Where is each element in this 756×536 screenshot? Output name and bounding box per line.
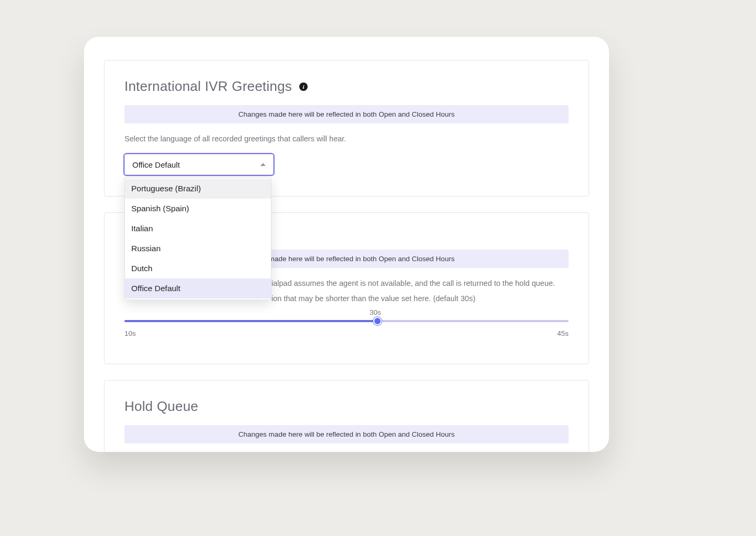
- language-option[interactable]: Portuguese (Brazil): [125, 179, 271, 199]
- info-icon[interactable]: i: [299, 83, 308, 91]
- timeout-slider[interactable]: 30s 10s 45s: [124, 320, 569, 337]
- hold-queue-card: Hold Queue Changes made here will be ref…: [104, 380, 589, 452]
- ivr-greetings-card: International IVR Greetings i Changes ma…: [104, 60, 589, 197]
- ivr-title: International IVR Greetings: [124, 78, 292, 95]
- language-option[interactable]: Russian: [125, 239, 271, 259]
- slider-min-label: 10s: [124, 329, 136, 337]
- settings-panel: International IVR Greetings i Changes ma…: [84, 37, 609, 452]
- slider-max-label: 45s: [557, 329, 569, 337]
- language-select[interactable]: Office Default: [124, 154, 274, 175]
- hold-queue-banner: Changes made here will be reflected in b…: [124, 425, 569, 444]
- language-select-value: Office Default: [132, 160, 180, 169]
- language-option[interactable]: Office Default: [125, 279, 271, 298]
- language-option[interactable]: Spanish (Spain): [125, 199, 271, 219]
- slider-thumb[interactable]: [373, 317, 382, 325]
- hold-queue-title-row: Hold Queue: [124, 398, 569, 415]
- language-option[interactable]: Italian: [125, 219, 271, 239]
- ivr-title-row: International IVR Greetings i: [124, 78, 569, 95]
- caret-up-icon: [260, 163, 266, 166]
- language-dropdown: Portuguese (Brazil) Spanish (Spain) Ital…: [124, 177, 271, 300]
- slider-range-labels: 10s 45s: [124, 329, 569, 337]
- language-option[interactable]: Dutch: [125, 259, 271, 279]
- ivr-desc: Select the language of all recorded gree…: [124, 133, 569, 145]
- hold-queue-title: Hold Queue: [124, 398, 198, 415]
- slider-fill: [124, 320, 377, 322]
- language-select-wrap: Office Default Portuguese (Brazil) Spani…: [124, 154, 274, 175]
- slider-value-label: 30s: [370, 308, 381, 316]
- slider-track[interactable]: [124, 320, 569, 322]
- ivr-banner: Changes made here will be reflected in b…: [124, 105, 569, 123]
